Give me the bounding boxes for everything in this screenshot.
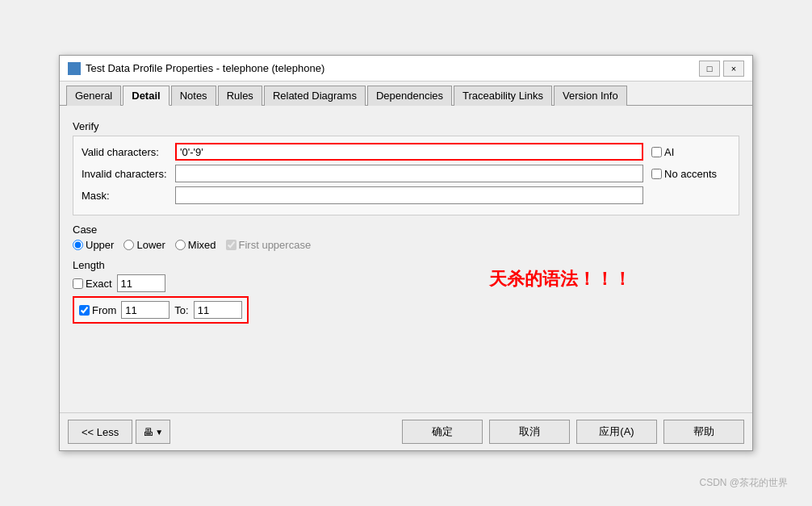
invalid-characters-row: Invalid characters: No accents [82,165,730,182]
verify-section-label: Verify [73,120,739,132]
minimize-button[interactable]: □ [699,61,720,77]
footer-right: 确定 取消 应用(A) 帮助 [402,420,744,444]
tab-bar: General Detail Notes Rules Related Diagr… [60,82,752,106]
first-uppercase-checkbox [226,240,236,250]
help-button[interactable]: 帮助 [663,420,744,444]
invalid-characters-label: Invalid characters: [82,168,170,180]
exact-value-input[interactable] [117,274,165,292]
valid-characters-label: Valid characters: [82,146,170,158]
title-bar-buttons: □ × [699,61,744,77]
confirm-button[interactable]: 确定 [402,420,483,444]
watermark: CSDN @茶花的世界 [699,476,788,490]
valid-characters-input[interactable] [175,143,643,161]
exact-checkbox[interactable] [73,278,83,289]
footer-left: << Less 🖶 ▼ [68,420,170,444]
mixed-radio[interactable] [175,240,186,250]
tab-traceability-links[interactable]: Traceability Links [454,86,552,106]
case-section: Case Upper Lower Mixed First uppercase [73,224,739,251]
mask-row: Mask: [82,186,730,204]
tab-dependencies[interactable]: Dependencies [367,86,452,106]
from-to-row: From To: [73,296,249,324]
case-radio-group: Upper Lower Mixed First uppercase [73,239,739,251]
print-dropdown-icon: ▼ [155,428,163,437]
window-title: Test Data Profile Properties - telephone… [86,62,324,74]
mask-input[interactable] [175,186,643,204]
length-section-label: Length [73,259,739,271]
no-accents-checkbox[interactable] [651,169,662,179]
ai-checkbox-label[interactable]: AI [651,146,674,158]
mixed-radio-label[interactable]: Mixed [175,239,216,251]
upper-radio-label[interactable]: Upper [73,239,114,251]
invalid-characters-input[interactable] [175,165,643,182]
main-window: Test Data Profile Properties - telephone… [59,55,753,451]
upper-radio[interactable] [73,240,83,250]
from-checkbox[interactable] [79,305,90,316]
title-bar-left: Test Data Profile Properties - telephone… [68,62,324,75]
tab-version-info[interactable]: Version Info [554,86,627,106]
valid-characters-row: Valid characters: AI [82,143,730,161]
print-button[interactable]: 🖶 ▼ [136,420,170,444]
ai-checkbox[interactable] [651,147,662,157]
tab-related-diagrams[interactable]: Related Diagrams [264,86,366,106]
less-button[interactable]: << Less [68,420,132,444]
exact-checkbox-label[interactable]: Exact [73,278,112,290]
from-value-input[interactable] [121,301,170,319]
to-label: To: [174,304,188,316]
print-icon: 🖶 [143,426,153,438]
exact-row: Exact [73,274,739,292]
case-section-label: Case [73,224,739,236]
tab-detail[interactable]: Detail [123,86,169,106]
lower-radio-label[interactable]: Lower [123,239,165,251]
mask-label: Mask: [82,190,170,202]
no-accents-checkbox-label[interactable]: No accents [651,168,717,180]
close-button[interactable]: × [723,61,744,77]
tab-general[interactable]: General [66,86,121,106]
first-uppercase-label[interactable]: First uppercase [226,239,312,251]
annotation-text: 天杀的语法！！！ [489,267,631,291]
tab-rules[interactable]: Rules [218,86,262,106]
content-area: Verify Valid characters: AI Invalid char… [60,106,752,412]
title-bar: Test Data Profile Properties - telephone… [60,56,752,82]
app-icon [68,62,81,75]
cancel-button[interactable]: 取消 [489,420,570,444]
tab-notes[interactable]: Notes [171,86,216,106]
footer: << Less 🖶 ▼ 确定 取消 应用(A) 帮助 [60,412,752,450]
lower-radio[interactable] [123,240,134,250]
apply-button[interactable]: 应用(A) [576,420,657,444]
from-checkbox-label[interactable]: From [79,304,116,316]
length-section: Length Exact From To: [73,259,739,324]
to-value-input[interactable] [194,301,242,319]
